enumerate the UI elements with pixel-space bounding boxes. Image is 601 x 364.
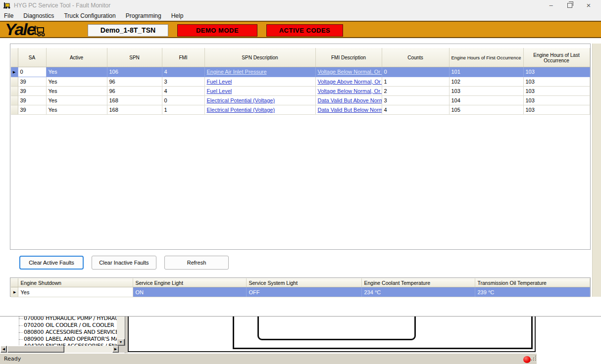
cell-sa[interactable]: 39: [18, 105, 46, 115]
cell-counts[interactable]: 0: [382, 67, 449, 77]
status-value-engine-shutdown[interactable]: Yes: [18, 287, 133, 297]
column-header-engine-hours-of-first-occurrence[interactable]: Engine Hours of First Occurrence: [449, 48, 523, 67]
spn-description-link[interactable]: Engine Air Inlet Pressure: [207, 69, 267, 75]
column-header-fmi[interactable]: FMI: [162, 48, 204, 67]
cell-spn_description[interactable]: Electrical Potential (Voltage): [204, 96, 315, 105]
scroll-down-icon[interactable]: ▼: [117, 339, 125, 346]
fmi-description-link[interactable]: Voltage Above Normal, Or Shor...: [318, 79, 382, 85]
cell-spn_description[interactable]: Fuel Level: [204, 77, 315, 87]
cell-fmi[interactable]: 0: [162, 96, 204, 105]
cell-fmi[interactable]: 3: [162, 77, 204, 87]
fault-row[interactable]: ▶0Yes1064Engine Air Inlet PressureVoltag…: [11, 67, 590, 77]
fault-row[interactable]: 39Yes963Fuel LevelVoltage Above Normal, …: [11, 77, 590, 87]
fault-row[interactable]: 39Yes1681Electrical Potential (Voltage)D…: [11, 105, 590, 115]
spn-description-link[interactable]: Electrical Potential (Voltage): [207, 97, 275, 103]
column-header-engine-coolant-temperature[interactable]: Engine Coolant Temperature: [361, 279, 475, 287]
cell-spn_description[interactable]: Fuel Level: [204, 87, 315, 96]
cell-active[interactable]: Yes: [46, 87, 107, 96]
status-value-service-engine-light[interactable]: ON: [133, 287, 246, 297]
status-value-transmission-oil-temperature[interactable]: 239 °C: [475, 287, 590, 297]
column-header-engine-hours-of-last-occurrence[interactable]: Engine Hours of Last Occurrence: [523, 48, 590, 67]
spn-description-link[interactable]: Fuel Level: [207, 79, 232, 85]
cell-sa[interactable]: 39: [18, 77, 46, 87]
cell-sa[interactable]: 39: [18, 87, 46, 96]
cell-fmi_description[interactable]: Voltage Below Normal, Or Short...: [315, 87, 382, 96]
cell-first_occurrence[interactable]: 104: [449, 96, 523, 105]
menu-item-programming[interactable]: Programming: [121, 11, 166, 21]
fmi-description-link[interactable]: Data Valid But Above Normal O...: [318, 97, 382, 103]
cell-spn[interactable]: 96: [107, 77, 162, 87]
cell-counts[interactable]: 1: [382, 77, 449, 87]
row-selector[interactable]: [11, 77, 18, 87]
column-header-transmission-oil-temperature[interactable]: Transmission Oil Temperature: [475, 279, 590, 287]
row-selector[interactable]: [11, 87, 18, 96]
cell-sa[interactable]: 0: [18, 67, 46, 77]
cell-first_occurrence[interactable]: 105: [449, 105, 523, 115]
cell-spn[interactable]: 96: [107, 87, 162, 96]
row-selector[interactable]: ▶: [11, 67, 18, 77]
truck-model-button[interactable]: Demo_1-8T_TSN: [88, 24, 168, 37]
scroll-left-icon[interactable]: ◀: [0, 346, 7, 353]
clear-active-faults-button[interactable]: Clear Active Faults: [19, 256, 84, 270]
scroll-right-icon[interactable]: ▶: [112, 346, 119, 353]
cell-active[interactable]: Yes: [46, 105, 107, 115]
status-row[interactable]: ▶YesONOFF234 °C239 °C: [11, 287, 590, 297]
cell-counts[interactable]: 3: [382, 96, 449, 105]
scrollbar-thumb[interactable]: [7, 346, 64, 353]
cell-fmi_description[interactable]: Data Valid But Below Normal Op...: [315, 105, 382, 115]
cell-first_occurrence[interactable]: 102: [449, 77, 523, 87]
cell-fmi_description[interactable]: Data Valid But Above Normal O...: [315, 96, 382, 105]
column-header-active[interactable]: Active: [46, 48, 107, 67]
cell-spn[interactable]: 168: [107, 105, 162, 115]
cell-last_occurrence[interactable]: 103: [523, 67, 590, 77]
column-header-counts[interactable]: Counts: [382, 48, 449, 67]
menu-item-file[interactable]: File: [0, 11, 18, 21]
menu-item-diagnostics[interactable]: Diagnostics: [18, 11, 59, 21]
cell-last_occurrence[interactable]: 103: [523, 105, 590, 115]
row-selector[interactable]: ▶: [11, 287, 18, 297]
cell-counts[interactable]: 2: [382, 87, 449, 96]
cell-sa[interactable]: 39: [18, 96, 46, 105]
cell-active[interactable]: Yes: [46, 77, 107, 87]
column-header-service-engine-light[interactable]: Service Engine Light: [133, 279, 246, 287]
row-selector[interactable]: [11, 96, 18, 105]
cell-active[interactable]: Yes: [46, 96, 107, 105]
fault-row[interactable]: 39Yes1680Electrical Potential (Voltage)D…: [11, 96, 590, 105]
tree-item-080900[interactable]: 080900LABEL AND OPERATOR'S MANUA: [0, 336, 117, 343]
cell-spn[interactable]: 168: [107, 96, 162, 105]
menu-item-help[interactable]: Help: [166, 11, 189, 21]
clear-inactive-faults-button[interactable]: Clear Inactive Faults: [92, 256, 156, 270]
cell-spn_description[interactable]: Electrical Potential (Voltage): [204, 105, 315, 115]
refresh-button[interactable]: Refresh: [164, 256, 229, 270]
cell-last_occurrence[interactable]: 103: [523, 77, 590, 87]
fmi-description-link[interactable]: Data Valid But Below Normal Op...: [318, 107, 382, 113]
column-header-fmi-description[interactable]: FMI Description: [315, 48, 382, 67]
tree-item-080800[interactable]: 080800ACCESSORIES AND SERVICE PAR: [0, 329, 117, 336]
fault-row[interactable]: 39Yes964Fuel LevelVoltage Below Normal, …: [11, 87, 590, 96]
cell-spn_description[interactable]: Engine Air Inlet Pressure: [204, 67, 315, 77]
spn-description-link[interactable]: Electrical Potential (Voltage): [207, 107, 275, 113]
resize-grip[interactable]: [531, 355, 537, 362]
spn-description-link[interactable]: Fuel Level: [207, 88, 232, 94]
cell-fmi_description[interactable]: Voltage Above Normal, Or Shor...: [315, 77, 382, 87]
cell-fmi[interactable]: 4: [162, 67, 204, 77]
minimize-icon[interactable]: –: [543, 0, 559, 11]
close-icon[interactable]: ×: [580, 0, 597, 11]
tree-item-070200[interactable]: 070200OIL COOLER / OIL COOLER: [0, 322, 117, 329]
tree-horizontal-scrollbar[interactable]: ◀ ▶: [0, 346, 119, 353]
fmi-description-link[interactable]: Voltage Below Normal, Or Short...: [318, 69, 382, 75]
cell-fmi_description[interactable]: Voltage Below Normal, Or Short...: [315, 67, 382, 77]
row-selector[interactable]: [11, 105, 18, 115]
cell-counts[interactable]: 4: [382, 105, 449, 115]
cell-active[interactable]: Yes: [46, 67, 107, 77]
cell-last_occurrence[interactable]: 103: [523, 87, 590, 96]
column-header-sa[interactable]: SA: [18, 48, 46, 67]
restore-icon[interactable]: [561, 0, 578, 11]
cell-spn[interactable]: 106: [107, 67, 162, 77]
tree-vertical-scrollbar[interactable]: ▼: [117, 317, 125, 346]
column-header-spn[interactable]: SPN: [107, 48, 162, 67]
cell-fmi[interactable]: 4: [162, 87, 204, 96]
tree-item-070000[interactable]: 070000HYDRAULIC PUMP / HYDRAULIC P: [0, 317, 117, 322]
column-header-spn-description[interactable]: SPN Description: [204, 48, 315, 67]
column-header-engine-shutdown[interactable]: Engine Shutdown: [18, 279, 133, 287]
